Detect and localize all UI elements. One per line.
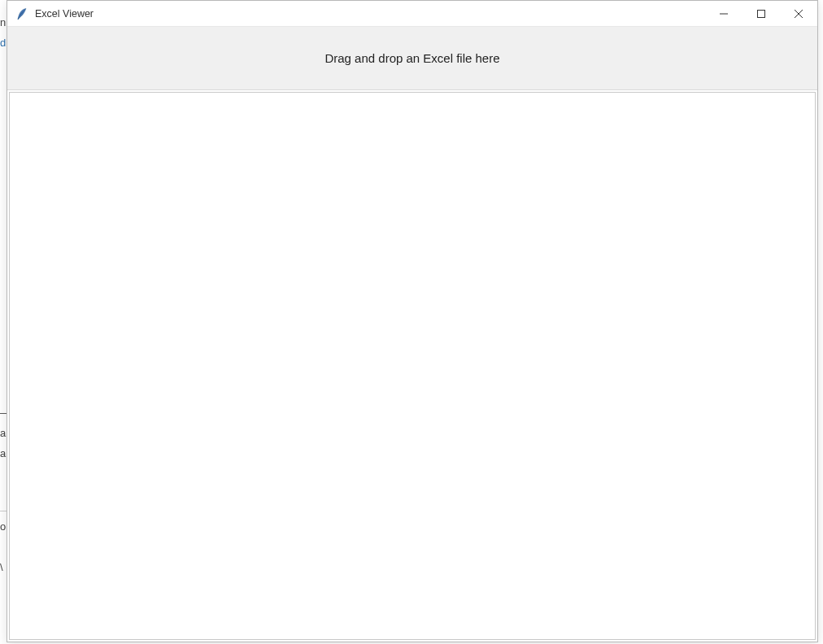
close-button[interactable] xyxy=(780,1,817,26)
minimize-button[interactable] xyxy=(705,1,742,26)
drop-zone-label: Drag and drop an Excel file here xyxy=(324,51,499,65)
bg-frag: a xyxy=(0,447,6,459)
bg-divider xyxy=(0,511,7,511)
content-area[interactable] xyxy=(9,92,816,640)
bg-frag: o xyxy=(0,520,6,533)
bg-frag: d xyxy=(0,37,6,49)
svg-rect-1 xyxy=(758,10,765,17)
bg-frag: \ xyxy=(0,561,3,573)
bg-frag: n xyxy=(0,16,6,28)
titlebar[interactable]: Excel Viewer xyxy=(7,1,817,27)
app-feather-icon xyxy=(15,7,28,20)
maximize-button[interactable] xyxy=(742,1,780,26)
drop-zone[interactable]: Drag and drop an Excel file here xyxy=(7,27,817,90)
window-title: Excel Viewer xyxy=(35,8,705,20)
window-controls xyxy=(705,1,817,26)
app-window: Excel Viewer Drag and drop an Excel file… xyxy=(7,0,818,642)
bg-frag: a xyxy=(0,427,6,439)
